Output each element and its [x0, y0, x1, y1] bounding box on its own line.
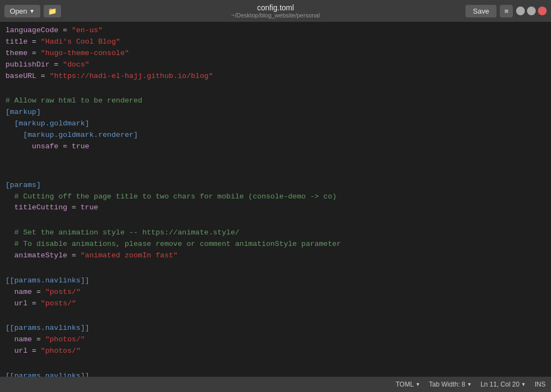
code-line: titleCutting = true [5, 202, 546, 214]
code-line: [[params.navlinks]] [5, 275, 546, 287]
language-selector[interactable]: TOML ▼ [396, 381, 420, 388]
file-title: config.toml [231, 3, 319, 12]
open-label: Open [10, 7, 27, 15]
code-line: # Set the animation style -- https://ani… [5, 227, 546, 239]
empty-line [5, 310, 546, 323]
statusbar: TOML ▼ Tab Width: 8 ▼ Ln 11, Col 20 ▼ IN… [0, 377, 551, 392]
code-line: [[params.navlinks]] [5, 323, 546, 334]
empty-line [5, 166, 546, 180]
code-line: # To disable animations, please remove o… [5, 239, 546, 250]
titlebar-left: Open ▼ 📁 [4, 5, 61, 17]
code-line: unsafe = true [5, 141, 546, 153]
file-path: ~/Desktop/blog_website/personal [231, 12, 319, 19]
save-button[interactable]: Save [465, 5, 497, 17]
code-line: [params] [5, 180, 546, 191]
cursor-caret: ▼ [521, 382, 526, 387]
menu-button[interactable]: ≡ [500, 5, 513, 17]
empty-line [5, 262, 546, 275]
ins-mode: INS [535, 381, 546, 388]
titlebar-center: config.toml ~/Desktop/blog_website/perso… [231, 3, 319, 19]
close-button[interactable] [538, 7, 547, 15]
code-line: [markup.goldmark.renderer] [5, 130, 546, 141]
folder-icon: 📁 [48, 7, 57, 15]
tab-width-label: Tab Width: 8 [429, 381, 465, 388]
code-line: [[params.navlinks]] [5, 371, 546, 377]
code-line: url = "photos/" [5, 346, 546, 357]
maximize-button[interactable] [527, 7, 536, 15]
code-line: # Allow raw html to be rendered [5, 95, 546, 107]
tab-width-caret: ▼ [467, 382, 472, 387]
empty-line [5, 214, 546, 227]
open-caret: ▼ [29, 8, 35, 14]
titlebar-right: Save ≡ [465, 5, 547, 17]
folder-button[interactable]: 📁 [44, 5, 61, 17]
code-line: [markup.goldmark] [5, 118, 546, 130]
cursor-label: Ln 11, Col 20 [481, 381, 519, 388]
titlebar: Open ▼ 📁 config.toml ~/Desktop/blog_webs… [0, 0, 551, 22]
code-line: theme = "hugo-theme-console" [5, 48, 546, 59]
ins-label: INS [535, 381, 546, 388]
code-line: languageCode = "en-us" [5, 25, 546, 37]
code-line: baseURL = "https://hadi-el-hajj.github.i… [5, 71, 546, 82]
empty-line [5, 82, 546, 96]
code-line: [markup] [5, 107, 546, 118]
code-line: url = "posts/" [5, 298, 546, 310]
code-line: name = "posts/" [5, 287, 546, 298]
cursor-position[interactable]: Ln 11, Col 20 ▼ [481, 381, 526, 388]
language-caret: ▼ [415, 382, 420, 387]
tab-width-selector[interactable]: Tab Width: 8 ▼ [429, 381, 472, 388]
code-line: publishDir = "docs" [5, 59, 546, 71]
code-line: animateStyle = "animated zoomIn fast" [5, 250, 546, 262]
window-controls [516, 7, 547, 15]
empty-line [5, 357, 546, 371]
code-line: # Cutting off the page title to two char… [5, 191, 546, 203]
open-button[interactable]: Open ▼ [4, 5, 40, 17]
minimize-button[interactable] [516, 7, 525, 15]
language-label: TOML [396, 381, 414, 388]
code-line: name = "photos/" [5, 334, 546, 346]
code-line: title = "Hadi's Cool Blog" [5, 37, 546, 48]
empty-line [5, 153, 546, 166]
editor[interactable]: languageCode = "en-us"title = "Hadi's Co… [0, 22, 551, 377]
